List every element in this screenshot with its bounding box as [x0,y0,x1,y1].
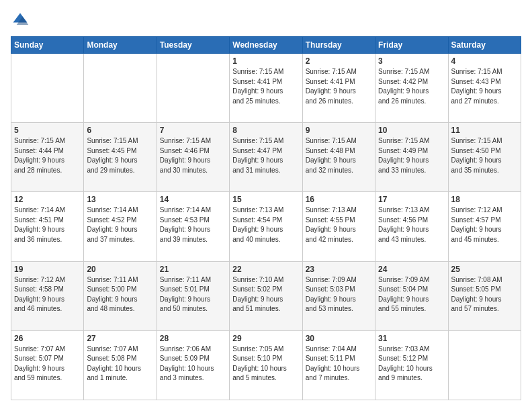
day-number: 20 [87,265,153,274]
day-number: 26 [14,334,81,343]
calendar-cell: 11Sunrise: 7:15 AM Sunset: 4:50 PM Dayli… [448,123,521,192]
day-info: Sunrise: 7:05 AM Sunset: 5:10 PM Dayligh… [232,345,299,383]
calendar-cell: 10Sunrise: 7:15 AM Sunset: 4:49 PM Dayli… [375,123,448,192]
day-number: 2 [306,56,372,66]
day-info: Sunrise: 7:06 AM Sunset: 5:09 PM Dayligh… [160,345,226,383]
day-info: Sunrise: 7:15 AM Sunset: 4:49 PM Dayligh… [378,136,445,175]
calendar-cell: 15Sunrise: 7:13 AM Sunset: 4:54 PM Dayli… [230,192,302,261]
day-info: Sunrise: 7:14 AM Sunset: 4:51 PM Dayligh… [14,205,81,244]
calendar-cell [157,54,229,123]
calendar-cell: 31Sunrise: 7:03 AM Sunset: 5:12 PM Dayli… [375,330,448,400]
day-info: Sunrise: 7:15 AM Sunset: 4:46 PM Dayligh… [160,136,226,175]
day-info: Sunrise: 7:13 AM Sunset: 4:55 PM Dayligh… [306,205,372,244]
day-info: Sunrise: 7:15 AM Sunset: 4:41 PM Dayligh… [306,67,372,106]
day-info: Sunrise: 7:12 AM Sunset: 4:58 PM Dayligh… [14,275,81,314]
calendar-cell: 6Sunrise: 7:15 AM Sunset: 4:45 PM Daylig… [84,123,157,192]
day-number: 28 [160,334,226,343]
day-info: Sunrise: 7:08 AM Sunset: 5:05 PM Dayligh… [451,275,518,314]
calendar-cell: 2Sunrise: 7:15 AM Sunset: 4:41 PM Daylig… [302,54,375,123]
calendar-cell: 21Sunrise: 7:11 AM Sunset: 5:01 PM Dayli… [157,261,229,330]
calendar-cell: 16Sunrise: 7:13 AM Sunset: 4:55 PM Dayli… [302,192,375,261]
day-info: Sunrise: 7:09 AM Sunset: 5:04 PM Dayligh… [378,275,445,314]
day-info: Sunrise: 7:13 AM Sunset: 4:54 PM Dayligh… [232,205,299,244]
calendar-cell: 25Sunrise: 7:08 AM Sunset: 5:05 PM Dayli… [448,261,521,330]
calendar-cell: 8Sunrise: 7:15 AM Sunset: 4:47 PM Daylig… [230,123,302,192]
calendar-cell: 29Sunrise: 7:05 AM Sunset: 5:10 PM Dayli… [230,330,302,400]
weekday-header-friday: Friday [375,37,448,54]
week-row-0: 1Sunrise: 7:15 AM Sunset: 4:41 PM Daylig… [11,54,521,123]
day-number: 5 [14,126,81,135]
day-number: 19 [14,265,81,274]
day-number: 8 [232,126,299,135]
day-number: 1 [232,56,299,66]
day-info: Sunrise: 7:14 AM Sunset: 4:53 PM Dayligh… [160,205,226,244]
weekday-header-sunday: Sunday [11,37,84,54]
day-number: 16 [306,195,372,204]
calendar-cell: 26Sunrise: 7:07 AM Sunset: 5:07 PM Dayli… [11,330,84,400]
calendar-cell: 13Sunrise: 7:14 AM Sunset: 4:52 PM Dayli… [84,192,157,261]
calendar-cell: 1Sunrise: 7:15 AM Sunset: 4:41 PM Daylig… [230,54,302,123]
calendar-cell: 23Sunrise: 7:09 AM Sunset: 5:03 PM Dayli… [302,261,375,330]
week-row-4: 26Sunrise: 7:07 AM Sunset: 5:07 PM Dayli… [11,330,521,400]
calendar-cell [84,54,157,123]
day-number: 24 [378,265,445,274]
day-info: Sunrise: 7:04 AM Sunset: 5:11 PM Dayligh… [306,345,372,383]
day-info: Sunrise: 7:15 AM Sunset: 4:48 PM Dayligh… [306,136,372,175]
calendar-cell: 7Sunrise: 7:15 AM Sunset: 4:46 PM Daylig… [157,123,229,192]
logo [11,11,32,30]
week-row-2: 12Sunrise: 7:14 AM Sunset: 4:51 PM Dayli… [11,192,521,261]
weekday-header-monday: Monday [84,37,157,54]
day-number: 10 [378,126,445,135]
calendar-cell: 20Sunrise: 7:11 AM Sunset: 5:00 PM Dayli… [84,261,157,330]
day-number: 12 [14,195,81,204]
logo-icon [11,11,30,30]
day-info: Sunrise: 7:11 AM Sunset: 5:01 PM Dayligh… [160,275,226,314]
day-info: Sunrise: 7:13 AM Sunset: 4:56 PM Dayligh… [378,205,445,244]
day-number: 23 [306,265,372,274]
calendar-cell: 3Sunrise: 7:15 AM Sunset: 4:42 PM Daylig… [375,54,448,123]
day-number: 27 [87,334,153,343]
day-info: Sunrise: 7:15 AM Sunset: 4:45 PM Dayligh… [87,136,153,175]
day-number: 22 [232,265,299,274]
calendar-cell [11,54,84,123]
day-number: 18 [451,195,518,204]
calendar-cell: 12Sunrise: 7:14 AM Sunset: 4:51 PM Dayli… [11,192,84,261]
day-info: Sunrise: 7:07 AM Sunset: 5:07 PM Dayligh… [14,345,81,383]
header [11,11,521,30]
day-info: Sunrise: 7:15 AM Sunset: 4:44 PM Dayligh… [14,136,81,175]
day-info: Sunrise: 7:09 AM Sunset: 5:03 PM Dayligh… [306,275,372,314]
weekday-header-saturday: Saturday [448,37,521,54]
calendar-table: SundayMondayTuesdayWednesdayThursdayFrid… [11,36,521,400]
day-info: Sunrise: 7:10 AM Sunset: 5:02 PM Dayligh… [232,275,299,314]
day-number: 31 [378,334,445,343]
day-info: Sunrise: 7:15 AM Sunset: 4:50 PM Dayligh… [451,136,518,175]
calendar-cell: 22Sunrise: 7:10 AM Sunset: 5:02 PM Dayli… [230,261,302,330]
calendar-cell: 14Sunrise: 7:14 AM Sunset: 4:53 PM Dayli… [157,192,229,261]
calendar-cell [448,330,521,400]
day-number: 4 [451,56,518,66]
day-number: 6 [87,126,153,135]
day-number: 13 [87,195,153,204]
day-info: Sunrise: 7:07 AM Sunset: 5:08 PM Dayligh… [87,345,153,383]
page: SundayMondayTuesdayWednesdayThursdayFrid… [0,0,532,411]
calendar-cell: 5Sunrise: 7:15 AM Sunset: 4:44 PM Daylig… [11,123,84,192]
day-number: 14 [160,195,226,204]
day-number: 25 [451,265,518,274]
day-number: 7 [160,126,226,135]
day-number: 15 [232,195,299,204]
calendar-cell: 17Sunrise: 7:13 AM Sunset: 4:56 PM Dayli… [375,192,448,261]
day-info: Sunrise: 7:15 AM Sunset: 4:43 PM Dayligh… [451,67,518,106]
calendar-cell: 4Sunrise: 7:15 AM Sunset: 4:43 PM Daylig… [448,54,521,123]
calendar-cell: 19Sunrise: 7:12 AM Sunset: 4:58 PM Dayli… [11,261,84,330]
day-info: Sunrise: 7:11 AM Sunset: 5:00 PM Dayligh… [87,275,153,314]
day-number: 9 [306,126,372,135]
calendar-cell: 27Sunrise: 7:07 AM Sunset: 5:08 PM Dayli… [84,330,157,400]
week-row-1: 5Sunrise: 7:15 AM Sunset: 4:44 PM Daylig… [11,123,521,192]
calendar-cell: 18Sunrise: 7:12 AM Sunset: 4:57 PM Dayli… [448,192,521,261]
weekday-header-thursday: Thursday [302,37,375,54]
calendar-cell: 30Sunrise: 7:04 AM Sunset: 5:11 PM Dayli… [302,330,375,400]
weekday-header-row: SundayMondayTuesdayWednesdayThursdayFrid… [11,37,521,54]
day-info: Sunrise: 7:15 AM Sunset: 4:42 PM Dayligh… [378,67,445,106]
weekday-header-wednesday: Wednesday [230,37,302,54]
day-info: Sunrise: 7:03 AM Sunset: 5:12 PM Dayligh… [378,345,445,383]
